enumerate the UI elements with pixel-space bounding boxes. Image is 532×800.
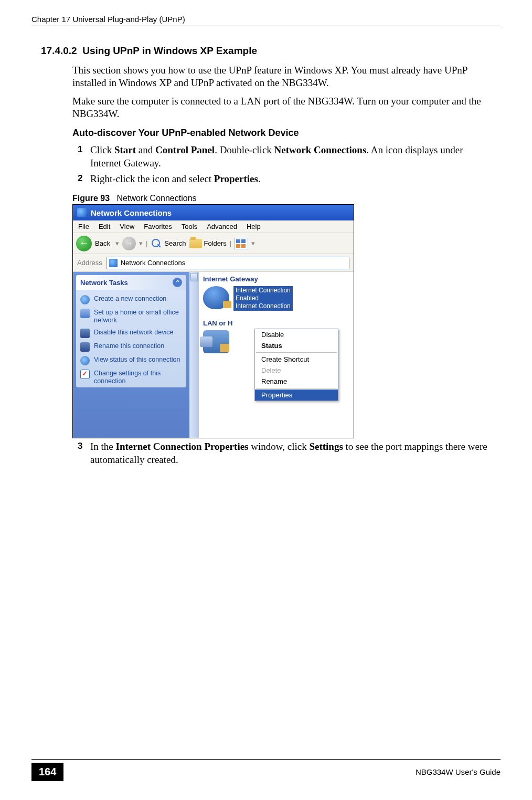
step-3: 3 In the Internet Connection Properties …: [78, 440, 495, 466]
task-label: Rename this connection: [94, 342, 164, 350]
collapse-icon[interactable]: ⌃: [173, 278, 182, 287]
menu-help[interactable]: Help: [247, 223, 261, 230]
separator: |: [146, 239, 147, 247]
figure-label: Figure 93: [72, 194, 110, 203]
connection-internet-gateway[interactable]: Internet Connection Enabled Internet Con…: [203, 286, 349, 311]
context-disable[interactable]: Disable: [255, 329, 338, 340]
text: window, click: [248, 441, 309, 452]
search-icon: [151, 238, 162, 249]
task-change-settings[interactable]: Change settings of this connection: [80, 367, 182, 387]
screenshot-network-connections: Network Connections File Edit View Favor…: [72, 204, 354, 438]
context-properties[interactable]: Properties: [255, 390, 338, 401]
menu-edit[interactable]: Edit: [99, 223, 110, 230]
panel-title: Network Tasks: [80, 279, 128, 287]
change-settings-icon: [80, 370, 90, 379]
toolbar-dropdown-icon[interactable]: ▾: [139, 239, 143, 247]
address-bar: Address Network Connections: [73, 254, 354, 272]
task-create-connection[interactable]: Create a new connection: [80, 293, 182, 307]
menu-advanced[interactable]: Advanced: [207, 223, 237, 230]
folder-icon: [189, 239, 202, 248]
connection-status: Enabled: [236, 294, 291, 302]
folders-button[interactable]: Folders: [189, 239, 227, 248]
header-rule: [31, 26, 501, 26]
internet-gateway-icon: [203, 286, 229, 309]
menubar: File Edit View Favorites Tools Advanced …: [73, 220, 354, 233]
network-connections-icon: [77, 208, 87, 217]
task-disable-device[interactable]: Disable this network device: [80, 327, 182, 340]
body-paragraph: Make sure the computer is connected to a…: [72, 95, 495, 121]
running-head: Chapter 17 Universal Plug-and-Play (UPnP…: [31, 15, 501, 24]
context-status[interactable]: Status: [255, 340, 338, 351]
folders-label: Folders: [204, 239, 227, 247]
toolbar: ← Back ▾ → ▾ | Search Folders | ▾: [73, 233, 354, 254]
lan-connection-icon: [203, 330, 229, 353]
task-view-status[interactable]: View status of this connection: [80, 354, 182, 367]
forward-button-icon[interactable]: →: [122, 237, 136, 250]
task-rename-connection[interactable]: Rename this connection: [80, 340, 182, 354]
scrollbar[interactable]: [189, 272, 199, 438]
bold-text: Settings: [309, 441, 343, 452]
group-internet-gateway: Internet Gateway: [203, 275, 349, 283]
section-heading: 17.4.0.2 Using UPnP in Windows XP Exampl…: [41, 45, 501, 57]
step-2: 2 Right-click the icon and select Proper…: [78, 173, 495, 185]
views-button[interactable]: [235, 238, 248, 249]
bold-text: Start: [114, 144, 136, 155]
task-label: Disable this network device: [94, 329, 173, 336]
text: and: [136, 144, 155, 155]
main-content-area: Internet Gateway Internet Connection Ena…: [199, 272, 354, 438]
window-content: Network Tasks ⌃ Create a new connection …: [73, 272, 354, 438]
connection-label-selected: Internet Connection Enabled Internet Con…: [233, 286, 293, 311]
back-button-icon[interactable]: ←: [76, 236, 92, 251]
task-setup-network[interactable]: Set up a home or small office network: [80, 307, 182, 327]
bold-text: Properties: [214, 173, 258, 184]
setup-network-icon: [80, 309, 90, 318]
text: Click: [90, 144, 114, 155]
context-rename[interactable]: Rename: [255, 376, 338, 387]
step-text: In the Internet Connection Properties wi…: [90, 440, 495, 466]
panel-header[interactable]: Network Tasks ⌃: [76, 275, 186, 290]
bold-text: Control Panel: [155, 144, 215, 155]
address-label: Address: [77, 259, 102, 267]
text: In the: [90, 441, 116, 452]
toolbar-dropdown-icon[interactable]: ▾: [251, 239, 255, 247]
bold-text: Internet Connection Properties: [116, 441, 249, 452]
back-button-label[interactable]: Back: [95, 239, 110, 247]
task-list: Create a new connection Set up a home or…: [76, 290, 186, 387]
menu-view[interactable]: View: [120, 223, 134, 230]
menu-favorites[interactable]: Favorites: [144, 223, 172, 230]
text: Right-click the icon and select: [90, 173, 214, 184]
window-titlebar[interactable]: Network Connections: [73, 205, 354, 220]
figure-title: Network Connections: [116, 194, 196, 203]
page-footer: 164 NBG334W User's Guide: [31, 759, 501, 781]
menu-separator: [256, 352, 337, 353]
body-paragraph: This section shows you how to use the UP…: [72, 64, 495, 90]
page-number: 164: [31, 763, 63, 781]
step-text: Click Start and Control Panel. Double-cl…: [90, 144, 495, 170]
context-delete: Delete: [255, 365, 338, 376]
task-label: Create a new connection: [94, 295, 166, 303]
step-text: Right-click the icon and select Properti…: [90, 173, 261, 185]
separator: |: [230, 239, 231, 247]
menu-separator: [256, 388, 337, 388]
menu-file[interactable]: File: [78, 223, 89, 230]
search-button[interactable]: Search: [151, 238, 186, 249]
section-number: 17.4.0.2: [41, 45, 77, 56]
connection-type: Internet Connection: [236, 302, 291, 310]
rename-connection-icon: [80, 342, 90, 352]
address-value: Network Connections: [121, 259, 186, 267]
task-label: View status of this connection: [94, 356, 180, 364]
text: .: [258, 173, 261, 184]
figure-caption: Figure 93 Network Connections: [72, 194, 501, 203]
footer-rule: [31, 759, 501, 760]
group-lan: LAN or H: [203, 319, 349, 327]
context-create-shortcut[interactable]: Create Shortcut: [255, 354, 338, 365]
address-field[interactable]: Network Connections: [107, 257, 349, 269]
menu-tools[interactable]: Tools: [182, 223, 197, 230]
toolbar-dropdown-icon[interactable]: ▾: [115, 239, 119, 247]
step-number: 2: [78, 173, 90, 185]
text: . Double-click: [215, 144, 274, 155]
window-title: Network Connections: [91, 208, 172, 217]
side-panel: Network Tasks ⌃ Create a new connection …: [73, 272, 189, 438]
network-tasks-panel: Network Tasks ⌃ Create a new connection …: [76, 275, 186, 387]
network-connections-icon: [109, 259, 118, 267]
